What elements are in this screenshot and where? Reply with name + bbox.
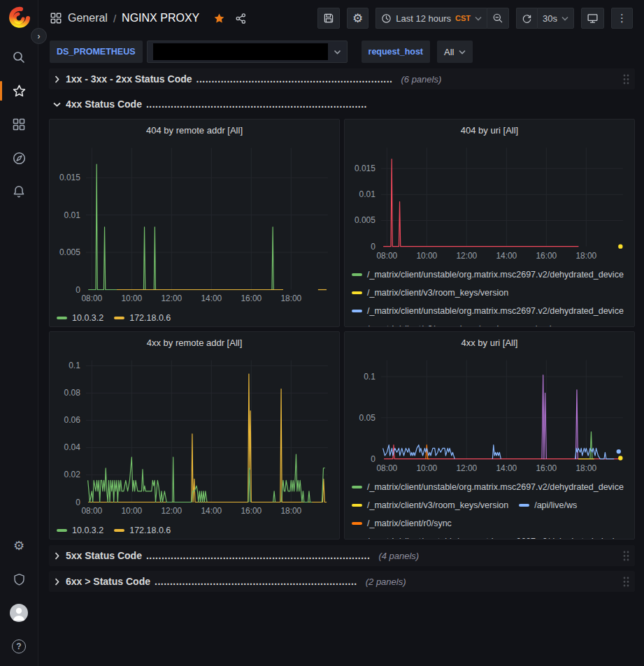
sidebar-item-starred[interactable] xyxy=(0,74,38,108)
svg-text:0.05: 0.05 xyxy=(359,413,376,423)
time-series-plot[interactable]: 00.0050.010.01508:0010:0012:0014:0016:00… xyxy=(55,140,334,310)
legend-item[interactable]: 10.0.3.2 xyxy=(57,522,103,538)
row-title: 6xx > Status Code xyxy=(66,576,150,587)
legend-series-label: /_matrix/client/v3/room_keys/version xyxy=(367,324,508,328)
legend-series-label: /_matrix/client/v3/room_keys/version xyxy=(367,500,508,510)
row-6xx[interactable]: 6xx > Status Code ......................… xyxy=(49,571,635,592)
row-title: 1xx - 3xx - 2xx Status Code xyxy=(66,73,192,85)
panel-legend: 10.0.3.2172.18.0.6 xyxy=(55,310,334,326)
legend-item[interactable]: /_matrix/client/unstable/org.matrix.msc2… xyxy=(352,533,624,540)
grafana-logo[interactable] xyxy=(6,6,31,31)
shield-icon xyxy=(13,572,26,586)
variable-label-ds-prometheus[interactable]: DS_PROMETHEUS xyxy=(50,41,143,63)
legend-series-label: 172.18.0.6 xyxy=(129,313,171,323)
more-options-button[interactable]: ⋮ xyxy=(611,8,633,29)
panel-4xx-by-remote-addr: 4xx by remote addr [All] 00.020.040.060.… xyxy=(49,331,340,540)
legend-item[interactable]: /_matrix/client/r0/sync xyxy=(352,515,452,531)
legend-series-label: 172.18.0.6 xyxy=(129,526,171,535)
row-title-dots: ........................................… xyxy=(146,99,367,110)
redacted-value xyxy=(153,43,328,60)
time-series-plot[interactable]: 00.020.040.060.080.108:0010:0012:0014:00… xyxy=(55,353,334,522)
svg-text:0.005: 0.005 xyxy=(59,247,80,257)
legend-item[interactable]: /_matrix/client/unstable/org.matrix.msc2… xyxy=(352,479,624,495)
refresh-icon xyxy=(522,13,532,24)
legend-series-swatch xyxy=(352,273,362,276)
sidebar-item-explore[interactable] xyxy=(0,141,38,175)
legend-series-label: 10.0.3.2 xyxy=(72,313,103,323)
search-icon xyxy=(12,50,26,64)
svg-text:18:00: 18:00 xyxy=(575,251,596,261)
svg-text:10:00: 10:00 xyxy=(416,463,437,473)
legend-item[interactable]: /_matrix/client/v3/room_keys/version xyxy=(352,497,508,513)
row-drag-handle[interactable] xyxy=(623,551,629,561)
time-series-plot[interactable]: 00.0050.010.01508:0010:0012:0014:0016:00… xyxy=(350,140,629,266)
legend-item[interactable]: /api/live/ws xyxy=(519,497,577,513)
row-5xx[interactable]: 5xx Status Code ........................… xyxy=(49,545,635,566)
svg-text:0.04: 0.04 xyxy=(64,442,81,452)
variable-value-request-host-dropdown[interactable]: All xyxy=(437,41,473,63)
legend-item[interactable]: /_matrix/client/unstable/org.matrix.msc2… xyxy=(352,266,624,282)
row-drag-handle[interactable] xyxy=(623,74,629,85)
panel-title[interactable]: 4xx by remote addr [All] xyxy=(55,332,334,353)
legend-item[interactable]: /_matrix/client/unstable/org.matrix.msc2… xyxy=(352,303,624,319)
svg-text:10:00: 10:00 xyxy=(121,506,142,516)
dashboard-grid-icon xyxy=(50,12,62,24)
save-dashboard-button[interactable] xyxy=(317,8,340,29)
favorite-star-icon[interactable] xyxy=(213,13,225,24)
dashboard-settings-button[interactable]: ⚙ xyxy=(347,8,368,29)
row-1xx-3xx-2xx[interactable]: 1xx - 3xx - 2xx Status Code ............… xyxy=(49,68,635,89)
svg-text:16:00: 16:00 xyxy=(241,506,262,516)
svg-text:0: 0 xyxy=(371,454,375,464)
svg-text:0.1: 0.1 xyxy=(69,361,80,370)
sidebar-item-help[interactable]: ? xyxy=(0,630,38,663)
legend-item[interactable]: /_matrix/client/v3/room_keys/version xyxy=(352,284,508,301)
panel-4xx-by-uri: 4xx by uri [All] 00.050.108:0010:0012:00… xyxy=(344,331,635,540)
sidebar-item-configuration[interactable]: ⚙ xyxy=(0,529,38,563)
time-series-plot[interactable]: 00.050.108:0010:0012:0014:0016:0018:00 xyxy=(350,353,629,479)
sidebar-item-alerting[interactable] xyxy=(0,175,38,208)
time-range-label: Last 12 hours xyxy=(396,13,451,24)
sidebar-item-dashboards[interactable] xyxy=(0,108,38,141)
panel-title[interactable]: 404 by uri [All] xyxy=(350,120,629,140)
sidebar-item-profile[interactable] xyxy=(0,596,38,630)
time-range-picker[interactable]: Last 12 hours CST xyxy=(375,8,487,29)
svg-text:0: 0 xyxy=(76,285,80,295)
legend-series-swatch xyxy=(352,310,362,312)
refresh-interval-picker[interactable]: 30s xyxy=(537,8,574,29)
zoom-out-time-button[interactable] xyxy=(487,8,509,29)
panel-title[interactable]: 4xx by uri [All] xyxy=(350,332,629,353)
panel-title[interactable]: 404 by remote addr [All] xyxy=(55,120,334,140)
cycle-view-mode-button[interactable] xyxy=(581,8,604,29)
svg-text:0.1: 0.1 xyxy=(364,372,375,382)
grafana-logo-icon xyxy=(7,6,31,30)
variable-value-ds-prometheus-dropdown[interactable] xyxy=(147,41,348,63)
svg-text:16:00: 16:00 xyxy=(536,251,557,261)
sidebar-item-search[interactable] xyxy=(0,41,38,74)
svg-text:18:00: 18:00 xyxy=(280,506,301,516)
star-outline-icon xyxy=(12,84,27,99)
legend-item[interactable]: /_matrix/client/v3/room_keys/version xyxy=(352,321,508,327)
request-host-value: All xyxy=(444,47,454,57)
sidebar: ⚙ ? xyxy=(0,0,38,666)
row-drag-handle[interactable] xyxy=(623,577,629,587)
legend-series-label: /_matrix/client/unstable/org.matrix.msc2… xyxy=(367,537,624,540)
chevron-right-icon xyxy=(52,578,62,586)
svg-text:0.06: 0.06 xyxy=(64,415,81,425)
toolbar: ⚙ Last 12 hours CST xyxy=(317,8,633,29)
refresh-button[interactable] xyxy=(516,8,537,29)
legend-item[interactable]: 10.0.3.2 xyxy=(57,310,103,326)
sidebar-item-server-admin[interactable] xyxy=(0,563,38,596)
legend-item[interactable]: 172.18.0.6 xyxy=(114,522,171,538)
sidebar-expand-button[interactable]: › xyxy=(31,28,47,44)
svg-text:0: 0 xyxy=(371,242,375,252)
legend-series-label: /_matrix/client/v3/room_keys/version xyxy=(367,288,508,298)
breadcrumb-folder[interactable]: General xyxy=(68,12,108,24)
breadcrumb-dashboard-title[interactable]: NGINX PROXY xyxy=(122,12,199,24)
variable-label-request-host[interactable]: request_host xyxy=(362,41,431,63)
svg-text:12:00: 12:00 xyxy=(161,506,182,516)
legend-item[interactable]: 172.18.0.6 xyxy=(114,310,171,326)
share-icon[interactable] xyxy=(235,13,247,24)
row-4xx[interactable]: 4xx Status Code ........................… xyxy=(49,94,635,114)
legend-item[interactable]: /sw.js xyxy=(519,321,556,327)
chevron-right-icon xyxy=(52,552,62,560)
